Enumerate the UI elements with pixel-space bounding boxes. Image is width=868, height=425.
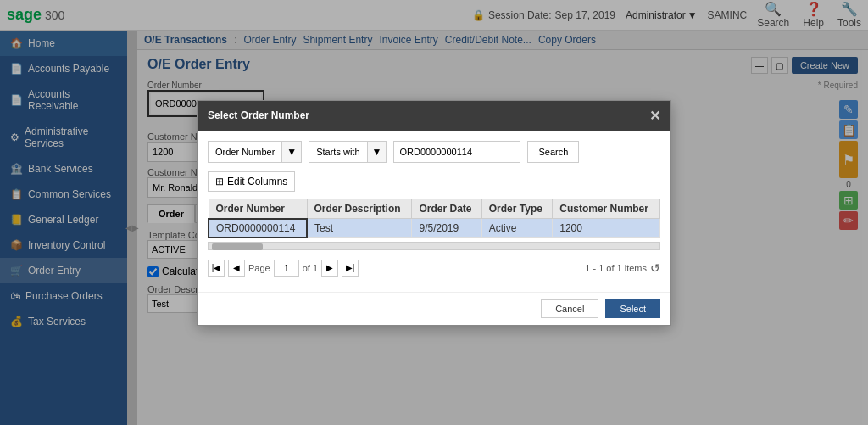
modal-table-container: Order Number Order Description Order Dat… [208, 199, 660, 238]
modal-header: Select Order Number ✕ [198, 101, 670, 131]
refresh-btn[interactable]: ↺ [650, 261, 660, 275]
page-number-input[interactable] [274, 260, 299, 277]
filter-condition-label: Starts with [309, 147, 366, 157]
filter-field-label: Order Number [209, 147, 281, 157]
first-page-btn[interactable]: |◀ [208, 260, 225, 277]
edit-columns-row: ⊞ Edit Columns [208, 171, 660, 192]
prev-page-btn[interactable]: ◀ [228, 260, 245, 277]
filter-condition-select[interactable]: Starts with ▼ [309, 141, 387, 163]
items-count: 1 - 1 of 1 items [585, 263, 647, 273]
edit-columns-button[interactable]: ⊞ Edit Columns [208, 171, 295, 192]
last-page-btn[interactable]: ▶| [342, 260, 359, 277]
next-page-btn[interactable]: ▶ [321, 260, 338, 277]
modal-close-button[interactable]: ✕ [649, 108, 660, 124]
table-header-row: Order Number Order Description Order Dat… [209, 199, 660, 219]
modal-footer: Cancel Select [198, 292, 670, 325]
cell-order-date: 9/5/2019 [412, 219, 481, 238]
modal-table: Order Number Order Description Order Dat… [208, 199, 660, 238]
select-order-modal: Select Order Number ✕ Order Number ▼ Sta… [197, 100, 671, 326]
col-header-order-number: Order Number [209, 199, 307, 219]
cancel-button[interactable]: Cancel [541, 299, 598, 318]
modal-search-row: Order Number ▼ Starts with ▼ Search [208, 141, 660, 163]
page-label: Page [248, 263, 270, 273]
modal-overlay: Select Order Number ✕ Order Number ▼ Sta… [0, 0, 868, 425]
horizontal-scrollbar[interactable] [208, 242, 660, 250]
columns-icon: ⊞ [215, 176, 224, 187]
page-of-label: of 1 [303, 263, 318, 273]
modal-title: Select Order Number [208, 109, 309, 121]
cell-order-number: ORD0000000114 [209, 219, 307, 238]
scroll-thumb[interactable] [212, 243, 263, 250]
cell-customer-number: 1200 [553, 219, 660, 238]
cell-order-desc: Test [307, 219, 412, 238]
filter-field-select[interactable]: Order Number ▼ [208, 141, 302, 163]
table-row[interactable]: ORD0000000114 Test 9/5/2019 Active 1200 [209, 219, 660, 238]
filter-condition-arrow[interactable]: ▼ [367, 142, 387, 162]
col-header-order-type: Order Type [481, 199, 552, 219]
pagination-bar: |◀ ◀ Page of 1 ▶ ▶| 1 - 1 of 1 items ↺ [208, 254, 660, 282]
filter-field-arrow[interactable]: ▼ [281, 142, 301, 162]
col-header-order-date: Order Date [412, 199, 481, 219]
filter-value-input[interactable] [393, 141, 520, 163]
select-button[interactable]: Select [605, 299, 660, 318]
modal-body: Order Number ▼ Starts with ▼ Search ⊞ Ed… [198, 131, 670, 292]
search-button[interactable]: Search [527, 141, 579, 163]
cell-order-type: Active [481, 219, 552, 238]
col-header-order-desc: Order Description [307, 199, 412, 219]
col-header-customer-number: Customer Number [553, 199, 660, 219]
